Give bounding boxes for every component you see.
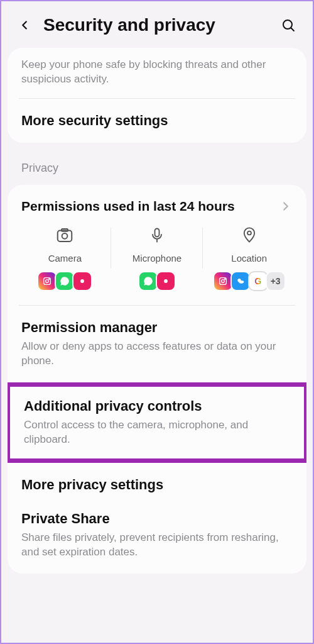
chevron-left-icon (18, 18, 31, 32)
page-title: Security and privacy (43, 15, 268, 35)
camera-app-icon (156, 271, 176, 291)
svg-point-17 (239, 280, 244, 284)
permission-camera[interactable]: Camera (19, 225, 111, 291)
permission-microphone[interactable]: Microphone (111, 225, 203, 291)
search-icon (281, 18, 296, 33)
item-label: Private Share (21, 511, 293, 527)
google-icon: G (248, 271, 268, 291)
more-privacy-settings[interactable]: More privacy settings (8, 463, 306, 507)
security-card: Keep your phone safe by blocking threats… (8, 48, 306, 143)
item-label: Permission manager (21, 319, 293, 336)
more-apps-badge: +3 (266, 271, 286, 291)
svg-point-14 (221, 280, 224, 283)
additional-privacy-controls[interactable]: Additional privacy controls Control acce… (8, 382, 306, 463)
header: Security and privacy (8, 1, 306, 48)
svg-point-6 (46, 280, 49, 283)
svg-point-11 (164, 279, 168, 283)
search-button[interactable] (279, 16, 297, 34)
app-icons (138, 271, 176, 291)
permission-manager[interactable]: Permission manager Allow or deny apps to… (8, 306, 306, 382)
back-button[interactable] (17, 18, 32, 33)
svg-point-15 (224, 279, 225, 279)
permissions-grid: Camera Microphone (8, 223, 306, 305)
svg-rect-2 (58, 230, 72, 242)
svg-point-3 (62, 233, 68, 239)
item-label: More privacy settings (21, 477, 293, 493)
permission-label: Microphone (133, 253, 181, 264)
item-label: Permissions used in last 24 hours (21, 199, 279, 214)
app-icons: G +3 (213, 271, 286, 291)
svg-line-1 (291, 28, 295, 31)
private-share[interactable]: Private Share Share files privately, pre… (8, 507, 306, 574)
microphone-icon (147, 225, 167, 245)
svg-point-7 (49, 279, 50, 279)
svg-point-12 (247, 231, 251, 235)
item-sub: Control access to the camera, microphone… (24, 418, 290, 447)
privacy-card: Permissions used in last 24 hours Camera (8, 185, 306, 574)
permission-label: Location (231, 253, 267, 264)
camera-app-icon (72, 271, 92, 291)
security-description: Keep your phone safe by blocking threats… (8, 48, 306, 98)
chevron-right-icon (279, 199, 293, 213)
permission-label: Camera (48, 253, 82, 264)
instagram-icon (213, 271, 233, 291)
item-label: More security settings (21, 113, 293, 129)
item-label: Additional privacy controls (24, 398, 290, 414)
location-icon (239, 225, 259, 245)
camera-icon (55, 225, 75, 245)
item-sub: Share files privately, prevent recipient… (21, 531, 293, 560)
permission-location[interactable]: Location G +3 (203, 225, 295, 291)
svg-rect-9 (155, 228, 160, 236)
permissions-used-row[interactable]: Permissions used in last 24 hours (8, 185, 306, 223)
item-sub: Allow or deny apps to access features or… (21, 340, 293, 369)
svg-point-8 (80, 279, 84, 283)
weather-app-icon (230, 271, 251, 291)
privacy-section-label: Privacy (8, 149, 306, 185)
app-icons (37, 271, 92, 291)
more-security-settings[interactable]: More security settings (8, 99, 306, 143)
